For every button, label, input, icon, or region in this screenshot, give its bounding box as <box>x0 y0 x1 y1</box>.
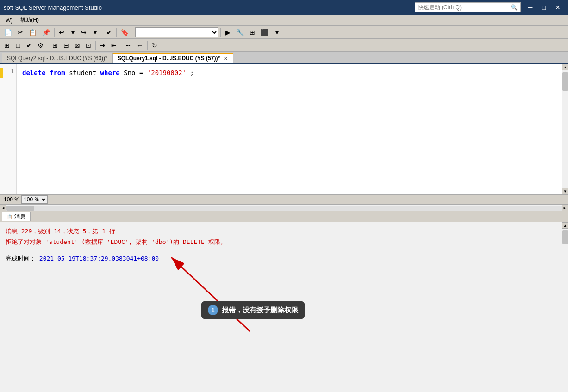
toolbar-new-btn[interactable]: 📄 <box>2 27 14 37</box>
toolbar2-indent-btn[interactable]: ⇥ <box>98 40 108 50</box>
line-number-1: 1 <box>3 68 16 78</box>
zoom-dropdown[interactable]: 100 % <box>21 195 48 204</box>
messages-vscrollbar[interactable]: ▲ ▼ <box>562 222 568 392</box>
menu-item-help[interactable]: 帮助(H) <box>16 15 43 25</box>
app-title: soft SQL Server Management Studio <box>4 4 102 11</box>
tab-close-icon[interactable]: ✕ <box>223 56 228 61</box>
zoom-selector: 100 % 100 % <box>4 195 48 204</box>
toolbar-cut-btn[interactable]: ✂ <box>15 27 25 37</box>
quick-search-box[interactable]: 🔍 <box>415 2 521 12</box>
results-tabs: 📋 消息 <box>0 211 568 222</box>
field-name: Sno <box>124 69 139 76</box>
main-container: 1 delete from student where Sno = '20190… <box>0 64 568 392</box>
vscroll-up-btn[interactable]: ▲ <box>562 64 568 70</box>
toolbar-wrench-btn[interactable]: 🔧 <box>234 27 246 37</box>
kw-where: where <box>100 69 120 76</box>
close-button[interactable]: ✕ <box>551 1 564 14</box>
minimize-button[interactable]: ─ <box>524 1 537 14</box>
database-selector[interactable] <box>135 27 218 37</box>
msg-vscroll-track <box>562 229 568 392</box>
hscroll-right-btn[interactable]: ► <box>562 205 568 212</box>
messages-tab-icon: 📋 <box>7 214 12 219</box>
status-bar: 100 % 100 % <box>0 194 568 205</box>
toolbar2-btn1[interactable]: ⊞ <box>2 40 12 50</box>
msg-vscroll-up-btn[interactable]: ▲ <box>562 222 568 229</box>
toolbar-row2: ⊞ □ ✔ ⚙ ⊞ ⊟ ⊠ ⊡ ⇥ ⇤ -- ← ↻ <box>0 39 568 52</box>
toolbar2-uncomment-btn[interactable]: ← <box>134 40 145 50</box>
menu-item-w[interactable]: W) <box>2 16 16 25</box>
completion-line: 完成时间： 2021-05-19T18:37:29.0383041+08:00 <box>6 253 556 264</box>
tab-query2[interactable]: SQLQuery2.sql - D...IS.EDUC (YS (60))* <box>2 53 112 63</box>
hscroll-left-btn[interactable]: ◄ <box>0 205 6 212</box>
code-editor[interactable]: delete from student where Sno = '2019000… <box>17 64 562 194</box>
hscroll-track <box>6 206 562 211</box>
toolbar-bookmark-btn[interactable]: 🔖 <box>119 27 131 37</box>
messages-container: 消息 229，级别 14，状态 5，第 1 行 拒绝了对对象 'student'… <box>0 222 568 392</box>
error-line2: 拒绝了对对象 'student' (数据库 'EDUC', 架构 'dbo')的… <box>6 236 556 247</box>
toolbar2-btn3[interactable]: ✔ <box>24 40 34 50</box>
vscroll-track <box>562 70 568 188</box>
eq-sign: = <box>139 69 147 76</box>
toolbar2-btn4[interactable]: ⚙ <box>35 40 46 50</box>
editor-hscrollbar[interactable]: ◄ ► <box>0 205 568 211</box>
toolbar2-outdent-btn[interactable]: ⇤ <box>109 40 119 50</box>
toolbar-layout-btn[interactable]: ⊞ <box>247 27 257 37</box>
maximize-button[interactable]: □ <box>538 1 549 14</box>
toolbar2-btn5[interactable]: ⊞ <box>50 40 60 50</box>
toolbar-undo-btn[interactable]: ↩ <box>56 27 67 37</box>
msg-vscroll-thumb[interactable] <box>562 230 568 244</box>
menu-bar: W) 帮助(H) <box>0 15 568 26</box>
search-icon: 🔍 <box>511 4 518 11</box>
editor-vscrollbar[interactable]: ▲ ▼ <box>562 64 568 194</box>
value-string: '20190002' <box>147 69 186 76</box>
toolbar-extra-btn[interactable]: ⬛ <box>258 27 271 37</box>
toolbar2-btn2[interactable]: □ <box>13 40 23 50</box>
tab-query2-label: SQLQuery2.sql - D...IS.EDUC (YS (60))* <box>7 55 107 62</box>
window-controls: ─ □ ✕ <box>524 1 564 14</box>
messages-tab-label: 消息 <box>14 213 25 221</box>
toolbar2-btn8[interactable]: ⊡ <box>83 40 94 50</box>
toolbar-row1: 📄 ✂ 📋 📌 ↩ ▾ ↪ ▾ ✔ 🔖 ▶ 🔧 ⊞ ⬛ ▾ <box>0 26 568 39</box>
tab-bar: SQLQuery2.sql - D...IS.EDUC (YS (60))* S… <box>0 52 568 64</box>
error-line1: 消息 229，级别 14，状态 5，第 1 行 <box>6 226 556 236</box>
toolbar-copy-btn[interactable]: 📋 <box>26 27 39 37</box>
editor-area: 1 delete from student where Sno = '20190… <box>0 64 568 194</box>
results-tab-messages[interactable]: 📋 消息 <box>2 212 31 221</box>
toolbar-arrow-btn[interactable]: ▾ <box>272 27 282 37</box>
title-bar: soft SQL Server Management Studio 🔍 ─ □ … <box>0 0 568 15</box>
toolbar-undo-arrow[interactable]: ▾ <box>68 27 78 37</box>
tab-query1[interactable]: SQLQuery1.sql - D...IS.EDUC (YS (57))* ✕ <box>112 53 233 63</box>
toolbar2-btn7[interactable]: ⊠ <box>72 40 82 50</box>
zoom-label: 100 % <box>4 196 19 203</box>
kw-delete: delete <box>22 69 46 76</box>
toolbar2-comment-btn[interactable]: -- <box>123 40 133 50</box>
completion-time: 2021-05-19T18:37:29.0383041+08:00 <box>39 255 159 262</box>
semicolon: ; <box>190 69 194 76</box>
vscroll-thumb[interactable] <box>562 72 568 91</box>
toolbar-paste-btn[interactable]: 📌 <box>40 27 52 37</box>
editor-section: 1 delete from student where Sno = '20190… <box>0 64 568 211</box>
quick-search-input[interactable] <box>418 4 511 11</box>
table-name: student <box>69 69 100 76</box>
toolbar-redo-arrow[interactable]: ▾ <box>90 27 100 37</box>
toolbar2-arrow-btn[interactable]: ↻ <box>150 40 160 50</box>
vscroll-down-btn[interactable]: ▼ <box>562 188 568 194</box>
completion-label: 完成时间： <box>6 255 36 262</box>
toolbar-execute-btn[interactable]: ▶ <box>223 27 233 37</box>
kw-from: from <box>50 69 65 76</box>
messages-area: 消息 229，级别 14，状态 5，第 1 行 拒绝了对对象 'student'… <box>0 222 562 392</box>
toolbar-check-btn[interactable]: ✔ <box>104 27 114 37</box>
tab-query1-label: SQLQuery1.sql - D...IS.EDUC (YS (57))* <box>118 55 220 62</box>
toolbar-redo-btn[interactable]: ↪ <box>79 27 89 37</box>
hscroll-thumb[interactable] <box>6 206 34 211</box>
toolbar2-btn6[interactable]: ⊟ <box>61 40 71 50</box>
results-section: 📋 消息 消息 229，级别 14，状态 5，第 1 行 拒绝了对对象 'stu… <box>0 211 568 392</box>
